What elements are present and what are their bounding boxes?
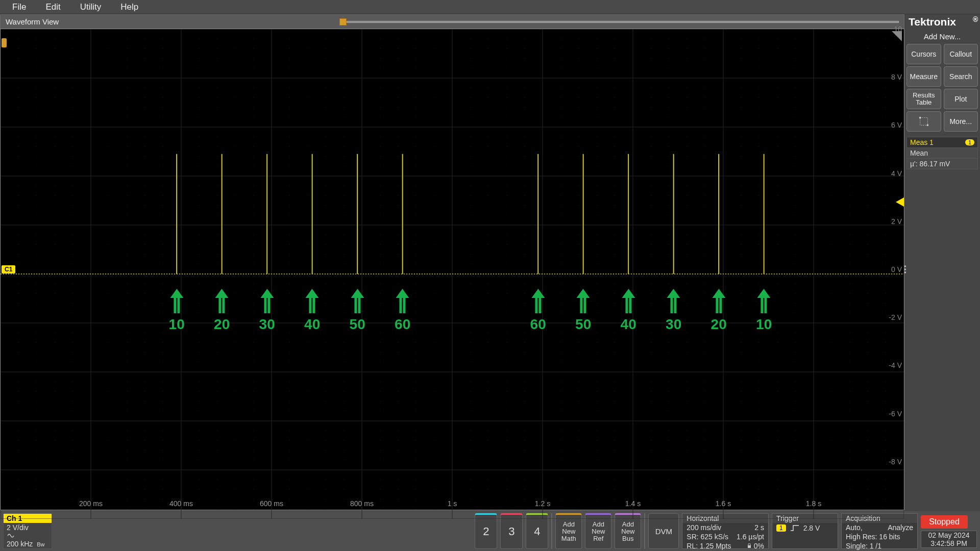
svg-point-2239 [795,195,796,196]
svg-point-749 [253,293,254,294]
svg-point-409 [127,391,127,392]
svg-point-285 [91,156,91,157]
svg-point-1173 [416,39,416,39]
svg-point-1331 [470,117,471,117]
svg-point-666 [217,460,217,460]
cursors-button[interactable]: Cursors [906,44,941,64]
svg-point-1523 [543,39,543,39]
svg-point-1710 [597,401,597,402]
svg-point-630 [217,107,217,108]
svg-point-2210 [777,401,778,402]
svg-point-524 [181,48,182,49]
channel-ground-badge[interactable]: C1 [2,265,15,273]
svg-point-317 [91,470,91,470]
svg-point-1537 [543,176,543,177]
svg-point-548 [181,284,182,284]
record-timeline[interactable] [64,18,899,26]
svg-point-448 [145,284,145,284]
svg-point-113 [18,431,19,431]
svg-point-1628 [578,88,579,88]
callout-button[interactable]: Callout [944,44,978,64]
svg-point-319 [91,489,91,490]
menu-edit[interactable]: Edit [36,0,69,14]
svg-point-1126 [398,68,398,68]
menu-utility[interactable]: Utility [71,0,111,14]
svg-point-1940 [687,205,688,206]
svg-point-2313 [814,431,814,431]
run-stop-button[interactable]: Stopped [921,515,968,529]
svg-point-1724 [615,48,615,49]
datetime[interactable]: 02 May 2024 3:42:58 PM [921,531,977,548]
plot-button[interactable]: Plot [944,89,978,109]
svg-point-1640 [578,205,579,206]
svg-point-2520 [886,499,886,499]
svg-point-131 [36,117,37,117]
svg-point-1063 [362,431,362,431]
svg-point-2429 [868,97,868,98]
svg-point-2515 [886,450,886,450]
svg-point-2281 [814,117,814,117]
svg-point-1876 [669,68,669,68]
svg-point-1781 [633,117,633,117]
svg-point-792 [272,225,272,226]
svg-point-2416 [849,460,850,460]
svg-point-1298 [452,284,453,284]
svg-point-1616 [560,460,561,460]
svg-point-1390 [488,205,488,206]
draw-box-button[interactable] [906,111,941,132]
svg-point-667 [217,470,217,470]
svg-point-2290 [814,205,814,206]
svg-point-1955 [687,352,688,353]
svg-point-923 [326,39,326,39]
svg-point-940 [326,205,326,206]
svg-point-2180 [777,107,778,108]
svg-point-371 [109,509,109,509]
svg-point-664 [217,440,217,441]
svg-point-867 [289,470,290,470]
svg-point-1575 [560,58,561,59]
svg-point-1785 [633,156,633,157]
menu-help[interactable]: Help [111,0,148,14]
svg-point-280 [91,107,91,108]
svg-point-1841 [651,215,651,215]
waveform-canvas[interactable]: 108 V6 V4 V2 V-2 V-4 V-6 V-8 V0 V200 ms4… [0,29,904,510]
svg-point-2271 [795,509,796,509]
svg-point-581 [199,117,200,117]
timeline-marker[interactable] [339,18,347,26]
svg-point-2450 [868,303,868,304]
svg-point-2519 [886,489,886,490]
svg-point-527 [181,78,182,79]
measure-button[interactable]: Measure [906,66,941,87]
measurement-badge[interactable]: Meas 1 1 Mean µ': 86.17 mV [906,137,978,169]
svg-point-886 [307,166,308,166]
svg-point-293 [91,235,91,235]
svg-point-1663 [578,431,579,431]
trigger-level-indicator[interactable] [896,197,904,207]
svg-point-993 [344,235,344,235]
svg-point-1559 [543,391,543,392]
svg-point-831 [289,117,290,117]
svg-point-1452 [506,323,507,323]
svg-point-2087 [741,176,742,177]
svg-point-839 [289,195,290,196]
svg-point-2058 [723,382,724,382]
svg-point-2488 [886,186,886,186]
resize-handle[interactable] [904,266,906,273]
svg-point-323 [109,39,109,39]
svg-point-2025 [723,58,724,59]
svg-point-1054 [362,342,362,343]
svg-point-2412 [849,421,850,421]
svg-point-2179 [777,97,778,98]
svg-point-2396 [849,264,850,264]
search-button[interactable]: Search [944,66,978,87]
svg-point-401 [127,313,127,313]
more-button[interactable]: More... [944,111,978,132]
svg-point-1225 [434,58,434,59]
svg-point-2065 [723,450,724,450]
svg-point-88 [18,186,19,186]
menu-file[interactable]: File [3,0,35,14]
svg-point-1680 [597,107,597,108]
svg-point-1004 [344,342,344,343]
svg-point-1711 [597,411,597,411]
results-table-button[interactable]: Results Table [906,89,941,109]
